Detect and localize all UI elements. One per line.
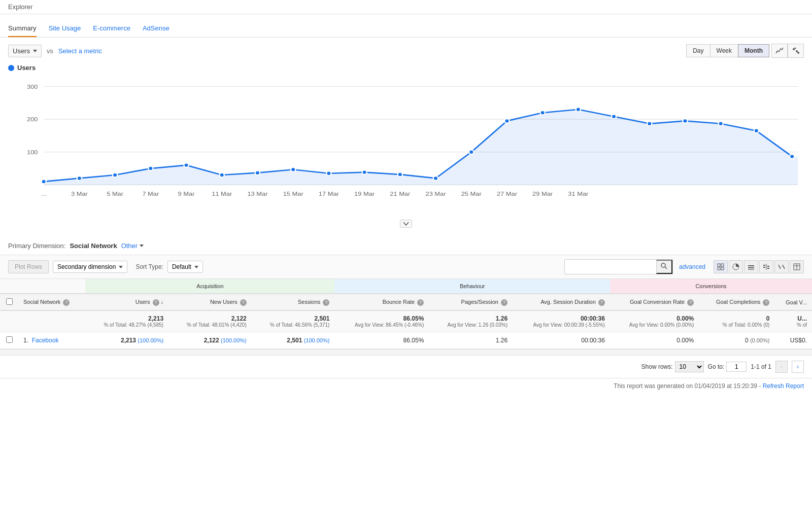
advanced-link[interactable]: advanced bbox=[679, 263, 705, 270]
goal-conv-rate-col-header[interactable]: Goal Conversion Rate ? bbox=[610, 294, 699, 310]
svg-text:31 Mar: 31 Mar bbox=[568, 190, 588, 197]
primary-dim-value: Social Network bbox=[70, 242, 117, 250]
goal-comp-help-icon[interactable]: ? bbox=[763, 299, 769, 306]
bounce-rate-help-icon[interactable]: ? bbox=[417, 299, 424, 306]
users-sort-arrow: ↓ bbox=[161, 299, 164, 305]
goto-section: Go to: bbox=[708, 362, 747, 372]
svg-text:5 Mar: 5 Mar bbox=[107, 190, 123, 197]
pages-session-help-icon[interactable]: ? bbox=[501, 299, 507, 306]
week-btn[interactable]: Week bbox=[710, 44, 738, 57]
total-label-cell bbox=[18, 310, 85, 332]
trend-view-btn[interactable] bbox=[774, 260, 789, 273]
metric-dropdown[interactable]: Users bbox=[8, 45, 42, 57]
show-rows: Show rows: 10 25 50 100 500 1000 5000 bbox=[641, 361, 704, 372]
section-header-row: Acquisition Behaviour Conversions bbox=[0, 279, 812, 294]
vs-text: vs bbox=[47, 47, 53, 55]
line-chart-btn[interactable] bbox=[771, 44, 788, 58]
goal-value-col-header[interactable]: Goal V... bbox=[774, 294, 812, 310]
svg-text:25 Mar: 25 Mar bbox=[461, 190, 482, 197]
metric-row: Users vs Select a metric Day Week Month bbox=[0, 38, 812, 64]
goal-conv-help-icon[interactable]: ? bbox=[687, 299, 694, 306]
other-dropdown[interactable]: Other bbox=[121, 242, 144, 250]
day-btn[interactable]: Day bbox=[686, 44, 709, 57]
svg-point-27 bbox=[576, 107, 581, 112]
report-footer: This report was generated on 01/04/2019 … bbox=[0, 378, 812, 394]
svg-text:100: 100 bbox=[27, 149, 38, 156]
sessions-col-header[interactable]: Sessions ? bbox=[252, 294, 335, 310]
avg-session-col-header[interactable]: Avg. Session Duration ? bbox=[513, 294, 610, 310]
table-row: 1. Facebook 2,213 (100.00%) 2,122 (100.0… bbox=[0, 332, 812, 349]
total-pages-session-cell: 1.26 Avg for View: 1.26 (0.03%) bbox=[429, 310, 513, 332]
social-network-col-header[interactable]: Social Network ? bbox=[18, 294, 85, 310]
search-button[interactable] bbox=[656, 260, 672, 274]
sort-type-label: Sort Type: bbox=[136, 263, 163, 270]
svg-text:23 Mar: 23 Mar bbox=[425, 190, 446, 197]
svg-point-28 bbox=[612, 114, 616, 119]
goal-completions-col-header[interactable]: Goal Completions ? bbox=[699, 294, 774, 310]
tab-ecommerce[interactable]: E-commerce bbox=[93, 20, 130, 37]
scatter-chart-btn[interactable] bbox=[788, 44, 804, 58]
svg-point-0 bbox=[793, 48, 795, 50]
search-input[interactable] bbox=[565, 261, 656, 272]
goto-input[interactable] bbox=[726, 362, 747, 372]
total-new-users-cell: 2,122 % of Total: 48.01% (4,420) bbox=[168, 310, 252, 332]
svg-text:9 Mar: 9 Mar bbox=[178, 190, 195, 197]
total-checkbox-cell bbox=[0, 310, 18, 332]
sort-default-btn[interactable]: Default bbox=[167, 261, 203, 273]
row-avg-session-cell: 00:00:36 bbox=[513, 332, 610, 349]
svg-point-30 bbox=[683, 119, 687, 123]
svg-point-31 bbox=[718, 121, 723, 126]
svg-point-13 bbox=[77, 176, 82, 181]
sessions-help-icon[interactable]: ? bbox=[323, 299, 329, 306]
svg-text:7 Mar: 7 Mar bbox=[142, 190, 159, 197]
pie-view-btn[interactable] bbox=[729, 260, 743, 273]
secondary-dimension-btn[interactable]: Secondary dimension bbox=[53, 261, 127, 273]
svg-text:300: 300 bbox=[27, 83, 38, 90]
row-checkbox[interactable] bbox=[6, 336, 13, 343]
rows-select[interactable]: 10 25 50 100 500 1000 5000 bbox=[675, 361, 704, 372]
social-network-help-icon[interactable]: ? bbox=[63, 299, 70, 306]
new-users-help-icon[interactable]: ? bbox=[240, 299, 247, 306]
select-metric-link[interactable]: Select a metric bbox=[58, 47, 102, 55]
compare-view-icon bbox=[763, 263, 770, 270]
bar-view-btn[interactable] bbox=[744, 260, 758, 273]
pages-session-col-header[interactable]: Pages/Session ? bbox=[429, 294, 513, 310]
svg-point-24 bbox=[469, 150, 473, 154]
prev-page-btn[interactable]: ‹ bbox=[775, 361, 788, 373]
table-view-btn[interactable] bbox=[790, 260, 804, 273]
tab-summary[interactable]: Summary bbox=[8, 20, 37, 37]
avg-session-help-icon[interactable]: ? bbox=[598, 299, 605, 306]
users-help-icon[interactable]: ? bbox=[153, 299, 159, 306]
legend-dot bbox=[8, 65, 14, 71]
svg-point-23 bbox=[433, 176, 438, 181]
refresh-report-link[interactable]: Refresh Report bbox=[763, 382, 804, 390]
compare-view-btn[interactable] bbox=[759, 260, 773, 273]
new-users-col-header[interactable]: New Users ? bbox=[168, 294, 252, 310]
other-dropdown-chevron bbox=[140, 245, 144, 247]
svg-point-12 bbox=[42, 180, 46, 184]
table-controls: Plot Rows Secondary dimension Sort Type:… bbox=[0, 255, 812, 279]
next-page-btn[interactable]: › bbox=[792, 361, 804, 373]
bounce-rate-col-header[interactable]: Bounce Rate ? bbox=[334, 294, 429, 310]
horizontal-scrollbar[interactable] bbox=[0, 349, 812, 355]
trend-view-icon bbox=[778, 263, 785, 270]
select-all-checkbox[interactable] bbox=[6, 298, 13, 305]
row-new-users-cell: 2,122 (100.00%) bbox=[168, 332, 252, 349]
tab-site-usage[interactable]: Site Usage bbox=[49, 20, 81, 37]
svg-rect-52 bbox=[718, 264, 720, 266]
svg-rect-62 bbox=[767, 266, 769, 267]
svg-point-50 bbox=[661, 263, 665, 267]
tab-adsense[interactable]: AdSense bbox=[143, 20, 170, 37]
facebook-link[interactable]: Facebook bbox=[32, 337, 59, 344]
scatter-chart-icon bbox=[792, 47, 800, 54]
explorer-label: Explorer bbox=[0, 0, 812, 14]
svg-point-17 bbox=[220, 173, 224, 178]
users-col-header[interactable]: Users ? ↓ bbox=[85, 294, 168, 310]
grid-view-btn[interactable] bbox=[714, 260, 728, 273]
svg-point-26 bbox=[540, 111, 545, 115]
month-btn[interactable]: Month bbox=[738, 44, 769, 57]
chart-icon-btns bbox=[771, 44, 804, 58]
total-bounce-rate-cell: 86.05% Avg for View: 86.45% (-0.46%) bbox=[334, 310, 429, 332]
expand-chart-icon[interactable] bbox=[400, 220, 412, 228]
svg-rect-63 bbox=[763, 267, 765, 268]
